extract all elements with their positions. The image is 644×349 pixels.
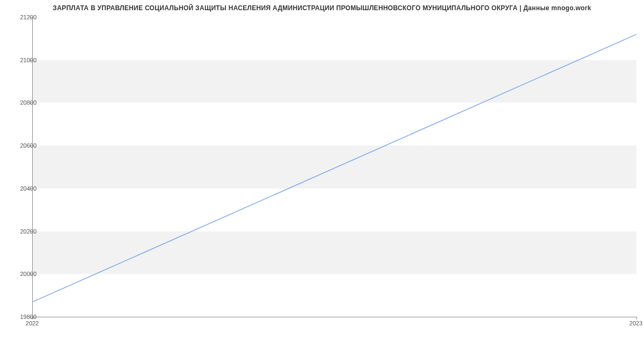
x-tick-mark xyxy=(636,317,637,319)
y-tick-label: 20000 xyxy=(10,271,36,277)
x-tick-label: 2023 xyxy=(630,320,642,326)
y-tick-label: 21200 xyxy=(10,14,36,20)
data-line xyxy=(33,34,636,302)
y-tick-label: 20600 xyxy=(10,142,36,149)
y-tick-label: 20800 xyxy=(10,99,36,106)
chart-title: ЗАРПЛАТА В УПРАВЛЕНИЕ СОЦИАЛЬНОЙ ЗАЩИТЫ … xyxy=(0,4,644,12)
line-layer xyxy=(33,17,636,317)
y-tick-label: 21000 xyxy=(10,57,36,63)
x-tick-label: 2022 xyxy=(26,320,39,326)
y-tick-label: 20400 xyxy=(10,185,36,192)
y-tick-label: 19800 xyxy=(10,314,36,320)
plot-area xyxy=(32,17,636,317)
y-tick-label: 20200 xyxy=(10,228,36,235)
chart-container: ЗАРПЛАТА В УПРАВЛЕНИЕ СОЦИАЛЬНОЙ ЗАЩИТЫ … xyxy=(0,0,644,333)
